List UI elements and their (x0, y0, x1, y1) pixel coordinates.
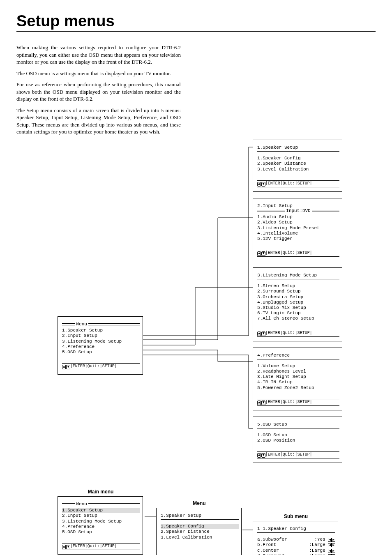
caption-sub: Sub menu (253, 514, 339, 519)
osd-listening-mode-setup: 3.Listening Mode Setup 1.Stereo Setup 2.… (253, 267, 342, 341)
left-right-icon: ◀▶ (328, 543, 335, 547)
config-row: c.Center:Large ◀▶ (257, 548, 335, 553)
osd-header: 1.Speaker Setup (161, 513, 239, 518)
menu-item: 2.Surround Setup (257, 289, 339, 294)
left-right-icon: ◀▶ (328, 538, 335, 542)
menu-item: 4.Preference (62, 524, 140, 530)
menu-item: 1.Stereo Setup (257, 283, 339, 289)
menu-item: 3.Listening Mode Preset (257, 226, 339, 231)
menu-item: 2.Speaker Distance (161, 529, 239, 534)
menu-item: 2.Input Setup (62, 513, 140, 518)
menu-item-selected: 1.Speaker Config (161, 524, 239, 529)
config-row: b.Front:Large ◀▶ (257, 542, 335, 548)
up-down-keys-icon: ▲▼ (62, 545, 70, 549)
osd-speaker-setup: 1.Speaker Setup 1.Speaker Config 2.Speak… (253, 140, 342, 192)
osd-preference: 4.Preference 1.Volume Setup 2.Headphones… (253, 348, 342, 410)
osd-header: 1.Speaker Setup (257, 145, 339, 150)
menu-item: 5.Powered Zone2 Setup (257, 385, 339, 391)
menu-item-selected: 1.Speaker Setup (62, 508, 140, 513)
caption-main: Main menu (58, 489, 144, 495)
osd-footer: ▲▼|ENTER|Quit:|SETUP| (257, 451, 339, 458)
menu-item: 3.Level Calibration (161, 535, 239, 540)
osd-footer: ▲▼|ENTER|Quit:|SETUP| (62, 363, 140, 370)
osd-footer: ▲▼|ENTER|Quit:|SETUP| (257, 399, 339, 406)
menu-item: 2.OSD Position (257, 438, 339, 443)
intro-text: When making the various settings require… (16, 44, 181, 136)
osd-footer: ▲▼|ENTER|Quit:|SETUP| (257, 250, 339, 257)
osd-subheader: Input:DVD (286, 208, 310, 214)
paragraph: When making the various settings require… (16, 44, 181, 66)
example-flow: Main menu Menu 1.Speaker Setup 2.Input S… (16, 489, 376, 555)
osd-main-selected: Menu 1.Speaker Setup 2.Input Setup 3.Lis… (58, 496, 143, 555)
menu-item: 2.Input Setup (62, 333, 140, 339)
osd-header: 1-1.Speaker Config (257, 526, 335, 532)
menu-item: 3.Listening Mode Setup (62, 519, 140, 524)
paragraph: The OSD menu is a settings menu that is … (16, 70, 181, 77)
menu-item: 1.Volume Setup (257, 364, 339, 369)
page-title: Setup menus (16, 12, 376, 32)
up-down-keys-icon: ▲▼ (257, 401, 265, 405)
osd-footer: ▲▼|ENTER|Quit:|SETUP| (257, 180, 339, 187)
left-right-icon: ◀▶ (328, 549, 335, 553)
osd-header: Menu (76, 502, 87, 507)
menu-item: 1.OSD Setup (257, 433, 339, 438)
menu-item: 4.IR IN Setup (257, 380, 339, 385)
menu-item: 2.Video Setup (257, 220, 339, 225)
menu-item: 4.IntelliVolume (257, 231, 339, 236)
up-down-keys-icon: ▲▼ (257, 251, 265, 256)
osd-footer: ▲▼|ENTER|Quit:|SETUP| (257, 330, 339, 337)
osd-header: 3.Listening Mode Setup (257, 273, 339, 278)
osd-osd-setup: 5.OSD Setup 1.OSD Setup 2.OSD Position ▲… (253, 417, 342, 463)
menu-item: 6.TV Logic Setup (257, 311, 339, 316)
menu-item: 7.All Ch Stereo Setup (257, 316, 339, 321)
osd-main-menu: Menu 1.Speaker Setup 2.Input Setup 3.Lis… (58, 316, 143, 375)
osd-speaker-setup-selected: 1.Speaker Setup 1.Speaker Config 2.Speak… (156, 508, 242, 555)
menu-item: 1.Speaker Config (257, 156, 339, 161)
paragraph: For use as reference when performing the… (16, 81, 181, 103)
config-row: a.Subwoofer:Yes ◀▶ (257, 537, 335, 542)
up-down-keys-icon: ▲▼ (62, 365, 70, 369)
up-down-keys-icon: ▲▼ (257, 332, 265, 336)
menu-item: 2.Headphones Level (257, 369, 339, 374)
menu-item: 3.Listening Mode Setup (62, 339, 140, 344)
caption-menu: Menu (156, 500, 242, 506)
menu-item: 5.OSD Setup (62, 350, 140, 355)
menu-item: 4.Unplugged Setup (257, 300, 339, 305)
menu-item: 5.Studio-Mix Setup (257, 305, 339, 311)
menu-item: 2.Speaker Distance (257, 161, 339, 166)
up-down-keys-icon: ▲▼ (257, 182, 265, 187)
menu-hierarchy-diagram: Menu 1.Speaker Setup 2.Input Setup 3.Lis… (16, 140, 376, 481)
up-down-keys-icon: ▲▼ (257, 453, 265, 458)
menu-item: 3.Level Calibration (257, 167, 339, 172)
config-row: d.Surround:Large ◀▶ (257, 553, 335, 555)
paragraph: The Setup menu consists of a main screen… (16, 107, 181, 136)
menu-item: 5.OSD Setup (62, 530, 140, 535)
osd-footer: ▲▼|ENTER|Quit:|SETUP| (62, 543, 140, 550)
menu-item: 5.12V trigger (257, 236, 339, 242)
menu-item: 3.Late Night Setup (257, 374, 339, 380)
osd-header: 4.Preference (257, 353, 339, 358)
osd-header: 5.OSD Setup (257, 422, 339, 427)
osd-input-setup: 2.Input Setup Input:DVD 1.Audio Setup 2.… (253, 198, 342, 261)
osd-header: Menu (76, 322, 87, 327)
menu-item: 4.Preference (62, 344, 140, 350)
menu-item: 1.Audio Setup (257, 214, 339, 220)
osd-speaker-config: 1-1.Speaker Config a.Subwoofer:Yes ◀▶ b.… (253, 521, 338, 555)
menu-item: 3.Orchestra Setup (257, 295, 339, 300)
menu-item: 1.Speaker Setup (62, 328, 140, 333)
